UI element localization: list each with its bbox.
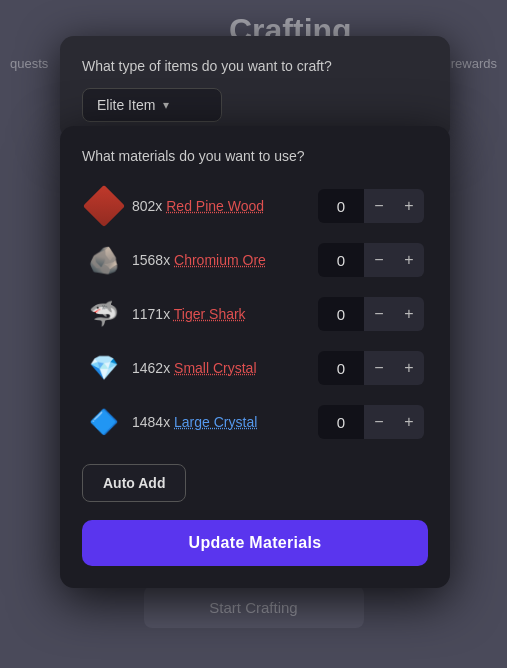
update-materials-button[interactable]: Update Materials xyxy=(82,520,428,566)
materials-question: What materials do you want to use? xyxy=(82,148,428,164)
increment-button[interactable]: + xyxy=(394,405,424,439)
chevron-down-icon: ▾ xyxy=(163,98,169,112)
counter-group: 0 − + xyxy=(318,405,424,439)
material-label: 1568x Chromium Ore xyxy=(132,252,308,268)
decrement-button[interactable]: − xyxy=(364,189,394,223)
material-quantity: 802x xyxy=(132,198,166,214)
material-label: 1171x Tiger Shark xyxy=(132,306,308,322)
material-name-link[interactable]: Tiger Shark xyxy=(174,306,246,322)
counter-value: 0 xyxy=(318,351,364,385)
materials-modal: What materials do you want to use? 802x … xyxy=(60,126,450,588)
decrement-button[interactable]: − xyxy=(364,351,394,385)
counter-group: 0 − + xyxy=(318,243,424,277)
decrement-button[interactable]: − xyxy=(364,405,394,439)
counter-group: 0 − + xyxy=(318,351,424,385)
table-row: 💎 1462x Small Crystal 0 − + xyxy=(82,344,428,392)
material-name-link[interactable]: Large Crystal xyxy=(174,414,257,430)
start-crafting-button[interactable]: Start Crafting xyxy=(144,586,364,628)
material-quantity: 1568x xyxy=(132,252,174,268)
counter-value: 0 xyxy=(318,189,364,223)
bg-quests-text: quests xyxy=(10,56,48,71)
counter-group: 0 − + xyxy=(318,189,424,223)
material-name-link[interactable]: Red Pine Wood xyxy=(166,198,264,214)
counter-value: 0 xyxy=(318,405,364,439)
large-crystal-icon: 🔷 xyxy=(86,404,122,440)
item-type-dropdown[interactable]: Elite Item ▾ xyxy=(82,88,222,122)
decrement-button[interactable]: − xyxy=(364,297,394,331)
increment-button[interactable]: + xyxy=(394,243,424,277)
table-row: 🪨 1568x Chromium Ore 0 − + xyxy=(82,236,428,284)
item-type-question: What type of items do you want to craft? xyxy=(82,58,428,74)
item-type-modal: What type of items do you want to craft?… xyxy=(60,36,450,140)
table-row: 🔷 1484x Large Crystal 0 − + xyxy=(82,398,428,446)
material-quantity: 1484x xyxy=(132,414,174,430)
counter-value: 0 xyxy=(318,297,364,331)
small-crystal-icon: 💎 xyxy=(86,350,122,386)
material-quantity: 1462x xyxy=(132,360,174,376)
materials-list: 802x Red Pine Wood 0 − + 🪨 1568x Chromiu… xyxy=(82,182,428,446)
increment-button[interactable]: + xyxy=(394,297,424,331)
material-label: 1484x Large Crystal xyxy=(132,414,308,430)
material-name-link[interactable]: Small Crystal xyxy=(174,360,256,376)
counter-value: 0 xyxy=(318,243,364,277)
increment-button[interactable]: + xyxy=(394,189,424,223)
dropdown-label: Elite Item xyxy=(97,97,155,113)
increment-button[interactable]: + xyxy=(394,351,424,385)
material-label: 1462x Small Crystal xyxy=(132,360,308,376)
material-quantity: 1171x xyxy=(132,306,174,322)
auto-add-button[interactable]: Auto Add xyxy=(82,464,186,502)
table-row: 🦈 1171x Tiger Shark 0 − + xyxy=(82,290,428,338)
table-row: 802x Red Pine Wood 0 − + xyxy=(82,182,428,230)
counter-group: 0 − + xyxy=(318,297,424,331)
material-name-link[interactable]: Chromium Ore xyxy=(174,252,266,268)
material-label: 802x Red Pine Wood xyxy=(132,198,308,214)
chromium-ore-icon: 🪨 xyxy=(86,242,122,278)
tiger-shark-icon: 🦈 xyxy=(86,296,122,332)
decrement-button[interactable]: − xyxy=(364,243,394,277)
pine-wood-icon xyxy=(86,188,122,224)
